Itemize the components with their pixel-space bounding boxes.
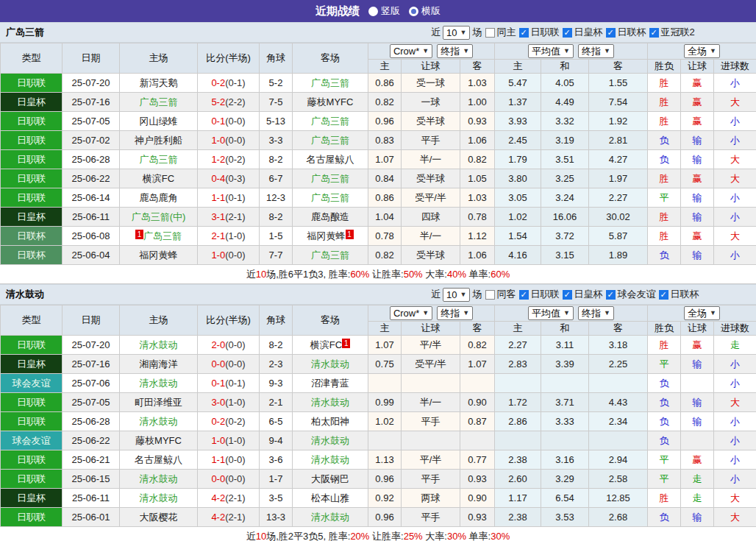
score-cell[interactable]: 3-0(1-0): [198, 393, 260, 412]
average-mode-select[interactable]: 终指▼: [578, 306, 614, 320]
match-count-select[interactable]: 10▼: [443, 26, 470, 40]
away-team-link[interactable]: 松本山雅: [311, 492, 349, 503]
home-team-link[interactable]: 湘南海洋: [140, 358, 178, 369]
score-cell[interactable]: 0-2(0-2): [198, 412, 260, 431]
score-cell[interactable]: 0-2(0-1): [198, 74, 260, 93]
away-team-link[interactable]: 藤枝MYFC: [307, 96, 354, 107]
league-filter-checkbox[interactable]: 日职联: [519, 26, 559, 39]
fulltime-score[interactable]: 4-2: [211, 492, 225, 503]
score-cell[interactable]: 2-1(1-0): [198, 227, 260, 246]
away-team-link[interactable]: 广岛三箭: [311, 250, 349, 261]
scope-select[interactable]: 全场▼: [684, 44, 720, 58]
fulltime-score[interactable]: 1-0: [211, 135, 225, 146]
home-team-link[interactable]: 清水鼓动: [140, 473, 178, 484]
away-team-link[interactable]: 清水鼓动: [311, 512, 349, 523]
league-filter-checkbox[interactable]: 日皇杯: [563, 26, 602, 39]
score-cell[interactable]: 4-2(2-1): [198, 489, 260, 508]
score-cell[interactable]: 3-1(2-1): [198, 208, 260, 227]
average-mode-select[interactable]: 终指▼: [578, 44, 614, 58]
fulltime-score[interactable]: 0-0: [211, 358, 225, 369]
fulltime-score[interactable]: 5-2: [211, 96, 225, 107]
match-count-select[interactable]: 10▼: [443, 288, 470, 302]
home-team-link[interactable]: 福冈黄蜂: [140, 250, 178, 261]
away-team-link[interactable]: 清水鼓动: [311, 454, 349, 465]
home-team-link[interactable]: 横滨FC: [143, 173, 174, 184]
score-cell[interactable]: 1-2(0-2): [198, 150, 260, 169]
home-team-link[interactable]: 名古屋鲸八: [135, 454, 182, 465]
score-cell[interactable]: 1-1(0-1): [198, 188, 260, 208]
layout-radio-vertical[interactable]: 竖版: [368, 4, 400, 18]
fulltime-score[interactable]: 0-1: [211, 378, 225, 389]
odds-company-select[interactable]: Crow*▼: [390, 44, 432, 58]
fulltime-score[interactable]: 0-1: [211, 116, 225, 127]
score-cell[interactable]: 0-1(0-1): [198, 374, 260, 393]
home-team-link[interactable]: 广岛三箭(中): [132, 211, 186, 222]
home-team-link[interactable]: 清水鼓动: [140, 492, 178, 503]
away-team-link[interactable]: 名古屋鲸八: [307, 154, 354, 165]
odds-mode-select[interactable]: 终指▼: [437, 306, 473, 320]
away-team-link[interactable]: 广岛三箭: [311, 77, 349, 88]
fulltime-score[interactable]: 1-1: [211, 192, 225, 203]
score-cell[interactable]: 1-0(0-0): [198, 246, 260, 265]
away-team-link[interactable]: 大阪钢巴: [311, 473, 349, 484]
home-team-link[interactable]: 町田泽维亚: [135, 397, 182, 408]
away-team-link[interactable]: 柏太阳神: [311, 416, 349, 427]
fulltime-score[interactable]: 3-0: [211, 397, 225, 408]
fulltime-score[interactable]: 2-1: [211, 230, 225, 241]
fulltime-score[interactable]: 0-2: [211, 77, 225, 88]
home-team-link[interactable]: 广岛三箭: [140, 96, 178, 107]
scope-select[interactable]: 全场▼: [684, 306, 720, 320]
average-select[interactable]: 平均值▼: [528, 306, 574, 320]
league-filter-checkbox[interactable]: 球会友谊: [606, 288, 655, 301]
fulltime-score[interactable]: 1-1: [211, 454, 225, 465]
score-cell[interactable]: 2-0(0-0): [198, 336, 260, 355]
away-team-link[interactable]: 清水鼓动: [311, 435, 349, 446]
fulltime-score[interactable]: 1-2: [211, 154, 225, 165]
score-cell[interactable]: 1-0(1-0): [198, 431, 260, 450]
fulltime-score[interactable]: 3-1: [211, 211, 225, 222]
score-cell[interactable]: 4-2(2-1): [198, 508, 260, 527]
odds-company-select[interactable]: Crow*▼: [390, 306, 432, 320]
fulltime-score[interactable]: 1-0: [211, 435, 225, 446]
same-venue-checkbox[interactable]: 同主: [485, 26, 516, 39]
league-filter-checkbox[interactable]: 亚冠联2: [649, 26, 694, 39]
away-team-link[interactable]: 沼津青蓝: [311, 378, 349, 389]
home-team-link[interactable]: 广岛三箭: [140, 154, 178, 165]
score-cell[interactable]: 0-4(0-3): [198, 169, 260, 188]
away-team-link[interactable]: 广岛三箭: [311, 116, 349, 127]
average-select[interactable]: 平均值▼: [528, 44, 574, 58]
away-team-link[interactable]: 横滨FC: [310, 339, 342, 350]
away-team-link[interactable]: 广岛三箭: [311, 173, 349, 184]
home-team-link[interactable]: 大阪樱花: [140, 512, 178, 523]
home-team-link[interactable]: 冈山绿雉: [140, 116, 178, 127]
fulltime-score[interactable]: 1-0: [211, 250, 225, 261]
league-filter-checkbox[interactable]: 日职联: [519, 288, 559, 301]
fulltime-score[interactable]: 4-2: [211, 512, 225, 523]
away-team-link[interactable]: 鹿岛酿造: [311, 211, 349, 222]
league-filter-checkbox[interactable]: 日联杯: [659, 288, 699, 301]
odds-mode-select[interactable]: 终指▼: [437, 44, 473, 58]
same-venue-checkbox[interactable]: 同客: [485, 288, 516, 301]
score-cell[interactable]: 5-2(2-2): [198, 93, 260, 112]
home-team-link[interactable]: 新泻天鹅: [140, 77, 178, 88]
league-filter-checkbox[interactable]: 日联杯: [606, 26, 646, 39]
home-team-link[interactable]: 清水鼓动: [140, 378, 178, 389]
away-team-link[interactable]: 广岛三箭: [311, 135, 349, 146]
away-team-link[interactable]: 福冈黄蜂: [307, 230, 346, 241]
fulltime-score[interactable]: 2-0: [211, 339, 225, 350]
fulltime-score[interactable]: 0-0: [211, 473, 225, 484]
score-cell[interactable]: 0-0(0-0): [198, 355, 260, 374]
away-team-link[interactable]: 广岛三箭: [311, 192, 349, 203]
score-cell[interactable]: 1-1(0-0): [198, 450, 260, 470]
home-team-link[interactable]: 藤枝MYFC: [135, 435, 182, 446]
layout-radio-horizontal[interactable]: 横版: [409, 4, 441, 18]
score-cell[interactable]: 0-1(0-0): [198, 112, 260, 131]
home-team-link[interactable]: 清水鼓动: [140, 416, 178, 427]
home-team-link[interactable]: 广岛三箭: [143, 230, 182, 241]
away-team-link[interactable]: 清水鼓动: [311, 397, 349, 408]
home-team-link[interactable]: 清水鼓动: [140, 339, 178, 350]
home-team-link[interactable]: 神户胜利船: [135, 135, 182, 146]
score-cell[interactable]: 0-0(0-0): [198, 470, 260, 489]
home-team-link[interactable]: 鹿岛鹿角: [140, 192, 178, 203]
league-filter-checkbox[interactable]: 日皇杯: [563, 288, 602, 301]
